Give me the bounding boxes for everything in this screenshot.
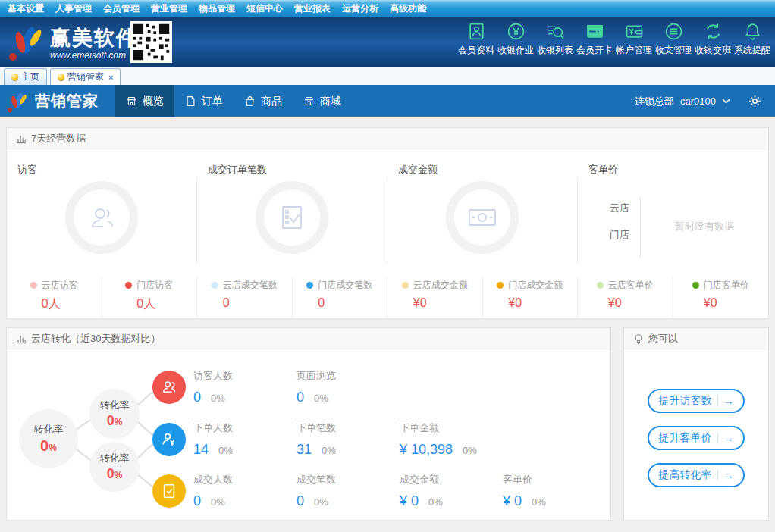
metric-row-deals: 成交人数 00% 成交笔数 00% 成交金额 ¥ 00% 客单价 ¥ 00% bbox=[193, 473, 606, 509]
qr-code bbox=[130, 21, 172, 63]
legend-dot bbox=[497, 282, 504, 289]
member-profile-icon bbox=[467, 22, 486, 41]
legend-value: ¥0 bbox=[413, 296, 468, 310]
menu-item-hr[interactable]: 人事管理 bbox=[55, 2, 92, 15]
tab-marketing-manager[interactable]: 营销管家 × bbox=[50, 68, 121, 85]
menu-item-reports[interactable]: 营业报表 bbox=[294, 2, 331, 15]
tab-home[interactable]: 主页 bbox=[4, 68, 47, 85]
top-menubar: 基本设置 人事管理 会员管理 营业管理 物品管理 短信中心 营业报表 运营分析 … bbox=[0, 0, 775, 17]
marketing-subheader: 营销管家 概览 订单 商品 商城 连锁总部 bbox=[0, 85, 775, 117]
chevron-down-icon bbox=[722, 99, 730, 104]
category-cloud-store: 云店 bbox=[610, 202, 629, 215]
section-deal-amount: 成交金额 云店成交金额 ¥0 bbox=[388, 149, 578, 319]
marketing-logo-icon bbox=[6, 89, 29, 114]
legend-dot bbox=[212, 282, 218, 289]
legend-value: 0 bbox=[318, 296, 372, 310]
bulb-icon bbox=[58, 74, 64, 80]
shift-change-icon bbox=[704, 22, 723, 41]
metric-deal-count: 成交笔数 00% bbox=[297, 473, 400, 509]
menu-item-members[interactable]: 会员管理 bbox=[103, 2, 140, 15]
boost-avg-order-button[interactable]: 提升客单价 → bbox=[648, 426, 745, 450]
legend-value: ¥0 bbox=[508, 296, 563, 310]
conversion-rate-top: 转化率 0% bbox=[89, 389, 140, 439]
menu-item-analytics[interactable]: 运营分析 bbox=[342, 2, 378, 15]
store-icon bbox=[126, 95, 137, 107]
menu-item-goods[interactable]: 物品管理 bbox=[199, 2, 235, 15]
mall-store-icon bbox=[303, 95, 315, 107]
metric-order-count: 下单笔数 310% bbox=[297, 421, 400, 458]
income-expense-icon bbox=[664, 22, 683, 41]
cashier-list-icon bbox=[546, 22, 565, 41]
quick-action-cashier-list[interactable]: 收银列表 bbox=[535, 22, 575, 57]
quick-action-income-expense[interactable]: 收支管理 bbox=[654, 22, 693, 57]
conversion-panel-header: 云店转化（近30天数据对比） bbox=[7, 328, 610, 349]
legend-value: 0 bbox=[223, 296, 278, 310]
store-selector[interactable]: 连锁总部 car0100 bbox=[635, 95, 730, 108]
stage-visitors bbox=[152, 371, 186, 404]
people-icon bbox=[88, 205, 115, 230]
bag-icon bbox=[244, 95, 256, 107]
subnav-overview[interactable]: 概览 bbox=[115, 85, 174, 117]
legend-store-amount: 门店成交金额 ¥0 bbox=[483, 277, 579, 319]
category-offline-store: 门店 bbox=[610, 228, 629, 242]
subnav-orders[interactable]: 订单 bbox=[174, 85, 234, 117]
arrow-right-icon: → bbox=[723, 395, 734, 407]
conversion-rate-root: 转化率 0% bbox=[19, 409, 78, 468]
store-code: car0100 bbox=[680, 95, 716, 107]
brand: 赢美软件 www.emeisoft.com bbox=[6, 21, 138, 62]
metric-order-people: 下单人数 140% bbox=[193, 421, 297, 458]
metric-visitor-count: 访客人数 00% bbox=[193, 369, 297, 405]
tabbar: 主页 营销管家 × bbox=[0, 67, 775, 85]
suggestions-panel: 您可以 提升访客数 → 提升客单价 → 提高转化率 → bbox=[623, 327, 769, 521]
quick-action-shift-change[interactable]: 收银交班 bbox=[693, 22, 733, 57]
arrow-right-icon: → bbox=[723, 469, 734, 481]
quick-action-member-card[interactable]: 会员开卡 bbox=[575, 22, 614, 57]
quick-action-cashier[interactable]: 收银作业 bbox=[496, 22, 535, 57]
tab-close-icon[interactable]: × bbox=[108, 73, 113, 82]
quick-action-member-profile[interactable]: 会员资料 bbox=[457, 22, 496, 57]
metric-deal-people: 成交人数 00% bbox=[193, 473, 297, 509]
quick-action-account-wallet[interactable]: 帐户管理 bbox=[614, 22, 654, 57]
amount-donut-chart bbox=[388, 177, 578, 264]
boost-conversion-button[interactable]: 提高转化率 → bbox=[648, 463, 745, 487]
menu-item-business[interactable]: 营业管理 bbox=[151, 2, 187, 15]
legend-dot bbox=[597, 282, 604, 289]
boost-visitors-button[interactable]: 提升访客数 → bbox=[648, 389, 745, 413]
metric-order-amount: 下单金额 ¥ 10,3980% bbox=[400, 421, 513, 458]
legend-value: ¥0 bbox=[704, 296, 749, 310]
brand-logo-icon bbox=[6, 21, 45, 62]
visitors-donut-chart bbox=[7, 177, 197, 264]
section-title: 成交订单笔数 bbox=[197, 149, 388, 177]
conversion-panel: 云店转化（近30天数据对比） 转化率 0% 转化率 0% bbox=[6, 327, 611, 521]
section-title: 访客 bbox=[7, 149, 197, 177]
week-panel-header: 7天经营数据 bbox=[7, 128, 768, 149]
quick-actions: 会员资料 收银作业 收银列表 会员开卡 bbox=[457, 22, 772, 57]
metric-page-views: 页面浏览 00% bbox=[297, 369, 400, 405]
section-visitors: 访客 云店访客 0人 bbox=[7, 149, 197, 319]
main-content: 7天经营数据 访客 云店访客 bbox=[0, 117, 775, 521]
quick-action-system-alert[interactable]: 系统提醒 bbox=[733, 22, 772, 57]
banknote-icon bbox=[468, 208, 497, 227]
subnav: 概览 订单 商品 商城 bbox=[115, 85, 352, 117]
arrow-right-icon: → bbox=[723, 432, 734, 444]
legend-value: 0人 bbox=[136, 296, 173, 312]
subheader-right: 连锁总部 car0100 bbox=[635, 95, 775, 108]
metric-deal-amount: 成交金额 ¥ 00% bbox=[400, 473, 503, 509]
brand-url: www.emeisoft.com bbox=[50, 50, 138, 61]
lightbulb-icon bbox=[633, 333, 644, 344]
stage-deals bbox=[152, 474, 186, 508]
legend-cloud-orders: 云店成交笔数 0 bbox=[197, 277, 293, 319]
menu-item-sms[interactable]: 短信中心 bbox=[246, 2, 283, 15]
legend-value: 0人 bbox=[42, 296, 78, 312]
menu-item-basic-settings[interactable]: 基本设置 bbox=[8, 2, 44, 15]
legend-cloud-amount: 云店成交金额 ¥0 bbox=[388, 277, 483, 319]
gear-icon[interactable] bbox=[748, 95, 761, 108]
legend-dot bbox=[125, 282, 132, 289]
subnav-goods[interactable]: 商品 bbox=[234, 85, 293, 117]
subnav-mall[interactable]: 商城 bbox=[293, 85, 352, 117]
legend-value: ¥0 bbox=[608, 296, 654, 310]
document-icon bbox=[185, 95, 196, 107]
checklist-icon bbox=[280, 205, 304, 230]
people-icon bbox=[161, 379, 177, 396]
menu-item-advanced[interactable]: 高级功能 bbox=[390, 2, 426, 15]
